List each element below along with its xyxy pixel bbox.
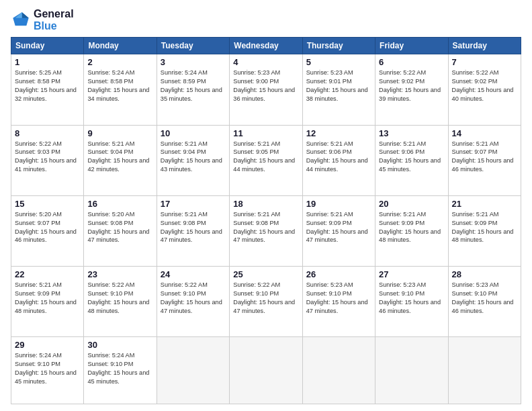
day-number: 13 <box>379 128 444 138</box>
day-info: Sunrise: 5:24 AMSunset: 8:59 PMDaylight:… <box>161 69 222 102</box>
day-info: Sunrise: 5:21 AMSunset: 9:09 PMDaylight:… <box>306 211 368 244</box>
day-info: Sunrise: 5:23 AMSunset: 9:10 PMDaylight:… <box>379 281 441 314</box>
calendar-cell: 23 Sunrise: 5:22 AMSunset: 9:10 PMDaylig… <box>84 267 157 337</box>
logo-text: General Blue <box>34 8 74 32</box>
page: General Blue SundayMondayTuesdayWednesda… <box>0 0 532 411</box>
day-number: 20 <box>379 199 444 209</box>
calendar-cell <box>230 337 302 404</box>
day-number: 24 <box>161 269 226 279</box>
day-number: 7 <box>452 57 517 67</box>
day-info: Sunrise: 5:22 AMSunset: 9:10 PMDaylight:… <box>233 281 295 314</box>
calendar-week-1: 1 Sunrise: 5:25 AMSunset: 8:58 PMDayligh… <box>11 54 521 125</box>
day-info: Sunrise: 5:24 AMSunset: 8:58 PMDaylight:… <box>87 69 149 102</box>
day-info: Sunrise: 5:21 AMSunset: 9:09 PMDaylight:… <box>452 211 514 244</box>
calendar-cell: 8 Sunrise: 5:22 AMSunset: 9:03 PMDayligh… <box>11 125 84 195</box>
day-number: 8 <box>15 128 80 138</box>
day-number: 12 <box>306 128 371 138</box>
day-info: Sunrise: 5:21 AMSunset: 9:04 PMDaylight:… <box>87 140 149 173</box>
calendar-cell: 27 Sunrise: 5:23 AMSunset: 9:10 PMDaylig… <box>375 267 448 337</box>
day-info: Sunrise: 5:25 AMSunset: 8:58 PMDaylight:… <box>15 69 77 102</box>
day-info: Sunrise: 5:21 AMSunset: 9:06 PMDaylight:… <box>379 140 441 173</box>
day-number: 6 <box>379 57 444 67</box>
day-info: Sunrise: 5:22 AMSunset: 9:03 PMDaylight:… <box>15 140 77 173</box>
calendar-cell: 11 Sunrise: 5:21 AMSunset: 9:05 PMDaylig… <box>230 125 302 195</box>
day-info: Sunrise: 5:21 AMSunset: 9:07 PMDaylight:… <box>452 140 514 173</box>
day-info: Sunrise: 5:22 AMSunset: 9:02 PMDaylight:… <box>379 69 441 102</box>
calendar-cell: 13 Sunrise: 5:21 AMSunset: 9:06 PMDaylig… <box>375 125 448 195</box>
calendar-cell: 22 Sunrise: 5:21 AMSunset: 9:09 PMDaylig… <box>11 267 84 337</box>
calendar-cell: 28 Sunrise: 5:23 AMSunset: 9:10 PMDaylig… <box>448 267 521 337</box>
day-number: 23 <box>87 269 152 279</box>
day-info: Sunrise: 5:23 AMSunset: 9:10 PMDaylight:… <box>306 281 368 314</box>
day-number: 9 <box>87 128 152 138</box>
day-info: Sunrise: 5:24 AMSunset: 9:10 PMDaylight:… <box>87 352 149 385</box>
header: General Blue <box>11 8 521 32</box>
day-number: 19 <box>306 199 371 209</box>
day-info: Sunrise: 5:22 AMSunset: 9:10 PMDaylight:… <box>161 281 222 314</box>
day-header-saturday: Saturday <box>448 38 521 54</box>
calendar-cell: 12 Sunrise: 5:21 AMSunset: 9:06 PMDaylig… <box>302 125 375 195</box>
day-number: 14 <box>452 128 517 138</box>
calendar-cell: 20 Sunrise: 5:21 AMSunset: 9:09 PMDaylig… <box>375 195 448 266</box>
calendar-cell: 1 Sunrise: 5:25 AMSunset: 8:58 PMDayligh… <box>11 54 84 125</box>
calendar-cell: 30 Sunrise: 5:24 AMSunset: 9:10 PMDaylig… <box>84 337 157 404</box>
day-header-monday: Monday <box>84 38 157 54</box>
day-number: 5 <box>306 57 371 67</box>
day-info: Sunrise: 5:23 AMSunset: 9:01 PMDaylight:… <box>306 69 368 102</box>
day-info: Sunrise: 5:22 AMSunset: 9:02 PMDaylight:… <box>452 69 514 102</box>
day-info: Sunrise: 5:20 AMSunset: 9:07 PMDaylight:… <box>15 211 77 244</box>
day-number: 26 <box>306 269 371 279</box>
calendar-week-3: 15 Sunrise: 5:20 AMSunset: 9:07 PMDaylig… <box>11 195 521 266</box>
calendar-cell: 6 Sunrise: 5:22 AMSunset: 9:02 PMDayligh… <box>375 54 448 125</box>
calendar-cell <box>448 337 521 404</box>
day-info: Sunrise: 5:20 AMSunset: 9:08 PMDaylight:… <box>87 211 149 244</box>
day-number: 3 <box>161 57 226 67</box>
calendar-cell <box>375 337 448 404</box>
day-number: 28 <box>452 269 517 279</box>
calendar-cell: 9 Sunrise: 5:21 AMSunset: 9:04 PMDayligh… <box>84 125 157 195</box>
day-number: 25 <box>233 269 298 279</box>
day-number: 17 <box>161 199 226 209</box>
day-header-friday: Friday <box>375 38 448 54</box>
day-header-thursday: Thursday <box>302 38 375 54</box>
calendar-cell: 25 Sunrise: 5:22 AMSunset: 9:10 PMDaylig… <box>230 267 302 337</box>
calendar-cell: 24 Sunrise: 5:22 AMSunset: 9:10 PMDaylig… <box>157 267 229 337</box>
calendar-week-4: 22 Sunrise: 5:21 AMSunset: 9:09 PMDaylig… <box>11 267 521 337</box>
calendar-cell <box>157 337 229 404</box>
day-number: 22 <box>15 269 80 279</box>
day-info: Sunrise: 5:21 AMSunset: 9:05 PMDaylight:… <box>233 140 295 173</box>
logo-icon <box>11 10 31 30</box>
calendar-cell: 19 Sunrise: 5:21 AMSunset: 9:09 PMDaylig… <box>302 195 375 266</box>
day-info: Sunrise: 5:21 AMSunset: 9:04 PMDaylight:… <box>161 140 222 173</box>
day-number: 21 <box>452 199 517 209</box>
calendar-cell: 2 Sunrise: 5:24 AMSunset: 8:58 PMDayligh… <box>84 54 157 125</box>
day-info: Sunrise: 5:21 AMSunset: 9:09 PMDaylight:… <box>379 211 441 244</box>
day-info: Sunrise: 5:21 AMSunset: 9:06 PMDaylight:… <box>306 140 368 173</box>
day-number: 16 <box>87 199 152 209</box>
day-info: Sunrise: 5:22 AMSunset: 9:10 PMDaylight:… <box>87 281 149 314</box>
calendar-cell: 29 Sunrise: 5:24 AMSunset: 9:10 PMDaylig… <box>11 337 84 404</box>
calendar-table: SundayMondayTuesdayWednesdayThursdayFrid… <box>11 37 521 404</box>
calendar-cell: 15 Sunrise: 5:20 AMSunset: 9:07 PMDaylig… <box>11 195 84 266</box>
calendar-cell: 10 Sunrise: 5:21 AMSunset: 9:04 PMDaylig… <box>157 125 229 195</box>
svg-marker-1 <box>22 12 29 17</box>
day-info: Sunrise: 5:23 AMSunset: 9:10 PMDaylight:… <box>452 281 514 314</box>
day-header-sunday: Sunday <box>11 38 84 54</box>
calendar-week-2: 8 Sunrise: 5:22 AMSunset: 9:03 PMDayligh… <box>11 125 521 195</box>
day-number: 10 <box>161 128 226 138</box>
day-header-tuesday: Tuesday <box>157 38 229 54</box>
day-info: Sunrise: 5:24 AMSunset: 9:10 PMDaylight:… <box>15 352 77 385</box>
day-info: Sunrise: 5:21 AMSunset: 9:08 PMDaylight:… <box>233 211 295 244</box>
calendar-cell: 14 Sunrise: 5:21 AMSunset: 9:07 PMDaylig… <box>448 125 521 195</box>
calendar-cell: 3 Sunrise: 5:24 AMSunset: 8:59 PMDayligh… <box>157 54 229 125</box>
day-number: 15 <box>15 199 80 209</box>
calendar-cell: 4 Sunrise: 5:23 AMSunset: 9:00 PMDayligh… <box>230 54 302 125</box>
calendar-cell: 5 Sunrise: 5:23 AMSunset: 9:01 PMDayligh… <box>302 54 375 125</box>
calendar-cell: 17 Sunrise: 5:21 AMSunset: 9:08 PMDaylig… <box>157 195 229 266</box>
logo: General Blue <box>11 8 74 32</box>
calendar-cell: 16 Sunrise: 5:20 AMSunset: 9:08 PMDaylig… <box>84 195 157 266</box>
day-info: Sunrise: 5:23 AMSunset: 9:00 PMDaylight:… <box>233 69 295 102</box>
calendar-cell: 26 Sunrise: 5:23 AMSunset: 9:10 PMDaylig… <box>302 267 375 337</box>
day-info: Sunrise: 5:21 AMSunset: 9:09 PMDaylight:… <box>15 281 77 314</box>
day-header-wednesday: Wednesday <box>230 38 302 54</box>
